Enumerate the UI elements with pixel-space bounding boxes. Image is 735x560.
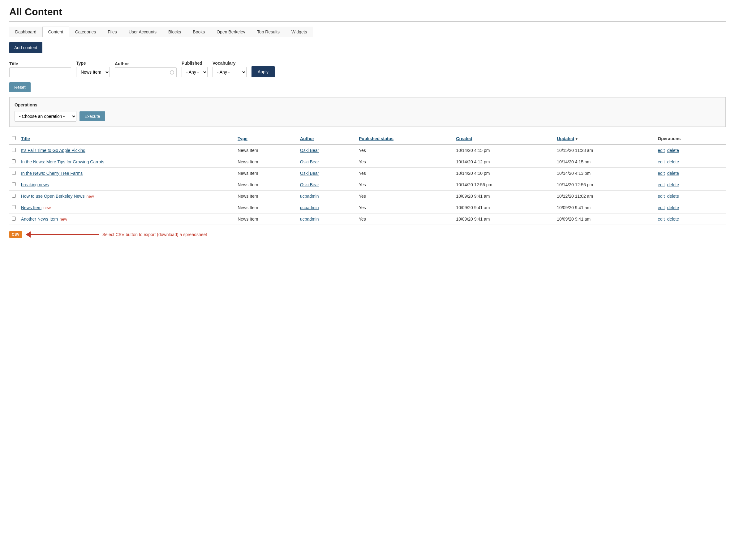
published-filter-group: Published - Any -YesNo [182,61,208,77]
row-updated: 10/12/20 11:02 am [554,191,655,202]
row-author-link[interactable]: Oski Bear [300,148,319,153]
title-input[interactable] [9,67,71,77]
col-sort-author[interactable]: Author [300,136,314,141]
nav-tab-widgets[interactable]: Widgets [286,27,313,37]
col-header-type: Type [235,133,298,144]
row-type: News Item [235,213,298,225]
row-updated: 10/14/20 12:56 pm [554,179,655,191]
row-type: News Item [235,202,298,213]
row-published-status: Yes [357,144,453,156]
col-sort-created[interactable]: Created [456,136,472,141]
delete-link[interactable]: delete [667,205,679,210]
table-row: News ItemnewNews ItemucbadminYes10/09/20… [9,202,726,213]
type-select[interactable]: - Any -News ItemPageBlog Post [76,67,110,77]
nav-tab-open-berkeley[interactable]: Open Berkeley [211,27,251,37]
table-body: It's Fall! Time to Go Apple PickingNews … [9,144,726,225]
delete-link[interactable]: delete [667,194,679,199]
row-created: 10/09/20 9:41 am [453,213,554,225]
delete-link[interactable]: delete [667,171,679,176]
edit-link[interactable]: edit [658,159,665,164]
row-author-link[interactable]: ucbadmin [300,217,319,222]
edit-link[interactable]: edit [658,171,665,176]
csv-button[interactable]: CSV [9,231,22,238]
col-sort-type[interactable]: Type [238,136,248,141]
col-sort-title[interactable]: Title [21,136,30,141]
title-label: Title [9,61,71,66]
table-row: In the News: Cherry Tree FarmsNews ItemO… [9,168,726,179]
row-title-link[interactable]: Another News Item [21,217,58,222]
row-updated: 10/14/20 4:15 pm [554,156,655,168]
edit-link[interactable]: edit [658,205,665,210]
row-title-link[interactable]: News Item [21,205,41,210]
edit-link[interactable]: edit [658,217,665,222]
author-input[interactable] [115,67,177,77]
row-operations: editdelete [655,156,726,168]
row-author-link[interactable]: Oski Bear [300,171,319,176]
row-title-link[interactable]: breaking news [21,182,49,187]
row-published-status: Yes [357,156,453,168]
col-sort-published-status[interactable]: Published status [359,136,393,141]
footer-csv-section: CSV Select CSV button to export (downloa… [9,231,726,238]
nav-tab-books[interactable]: Books [187,27,211,37]
row-operations: editdelete [655,213,726,225]
reset-button[interactable]: Reset [9,82,31,92]
col-sort-updated[interactable]: Updated [557,136,574,141]
nav-tab-dashboard[interactable]: Dashboard [9,27,42,37]
col-header-author: Author [298,133,357,144]
row-checkbox-6[interactable] [12,217,16,221]
csv-arrowhead [26,231,31,238]
select-all-checkbox[interactable] [12,136,16,140]
type-label: Type [76,61,110,66]
edit-link[interactable]: edit [658,194,665,199]
delete-link[interactable]: delete [667,217,679,222]
row-title-link[interactable]: It's Fall! Time to Go Apple Picking [21,148,85,153]
row-checkbox-5[interactable] [12,205,16,209]
row-title-link[interactable]: How to use Open Berkeley News [21,194,84,199]
row-checkbox-1[interactable] [12,159,16,163]
row-checkbox-4[interactable] [12,194,16,198]
badge-new: new [43,205,51,210]
row-published-status: Yes [357,191,453,202]
nav-tab-blocks[interactable]: Blocks [162,27,187,37]
operations-select[interactable]: - Choose an operation -DeletePublishUnpu… [15,111,76,122]
vocabulary-filter-group: Vocabulary - Any -TagsCategories [213,61,247,77]
nav-tab-categories[interactable]: Categories [69,27,102,37]
vocabulary-select[interactable]: - Any -TagsCategories [213,67,247,77]
row-type: News Item [235,179,298,191]
row-author-link[interactable]: ucbadmin [300,205,319,210]
delete-link[interactable]: delete [667,182,679,187]
row-updated: 10/15/20 11:28 am [554,144,655,156]
nav-tab-top-results[interactable]: Top Results [251,27,286,37]
edit-link[interactable]: edit [658,148,665,153]
apply-button[interactable]: Apply [252,66,275,77]
add-content-button[interactable]: Add content [9,42,42,53]
edit-link[interactable]: edit [658,182,665,187]
table-row: It's Fall! Time to Go Apple PickingNews … [9,144,726,156]
row-title-link[interactable]: In the News: More Tips for Growing Carro… [21,159,104,164]
row-author-link[interactable]: Oski Bear [300,182,319,187]
row-published-status: Yes [357,213,453,225]
table-row: In the News: More Tips for Growing Carro… [9,156,726,168]
row-author-link[interactable]: ucbadmin [300,194,319,199]
row-checkbox-3[interactable] [12,182,16,186]
nav-tab-files[interactable]: Files [102,27,123,37]
row-type: News Item [235,191,298,202]
row-operations: editdelete [655,144,726,156]
delete-link[interactable]: delete [667,159,679,164]
nav-tab-user-accounts[interactable]: User Accounts [123,27,162,37]
nav-tab-content[interactable]: Content [42,27,69,37]
csv-arrow-indicator [26,231,99,238]
delete-link[interactable]: delete [667,148,679,153]
row-author-link[interactable]: Oski Bear [300,159,319,164]
row-title-link[interactable]: In the News: Cherry Tree Farms [21,171,83,176]
row-created: 10/09/20 9:41 am [453,202,554,213]
published-label: Published [182,61,208,66]
csv-note: Select CSV button to export (download) a… [102,232,207,237]
operations-section: Operations - Choose an operation -Delete… [9,97,726,127]
filters-bar: Title Type - Any -News ItemPageBlog Post… [9,61,726,77]
row-checkbox-2[interactable] [12,171,16,175]
row-checkbox-0[interactable] [12,148,16,152]
row-published-status: Yes [357,168,453,179]
execute-button[interactable]: Execute [80,111,105,121]
published-select[interactable]: - Any -YesNo [182,67,208,77]
